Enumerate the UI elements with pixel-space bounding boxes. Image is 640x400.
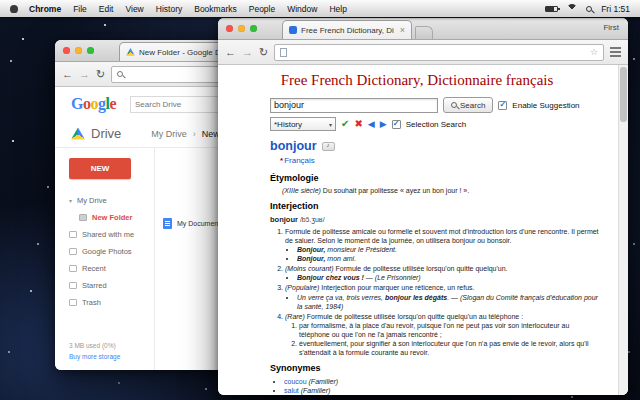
menu-history[interactable]: History bbox=[150, 4, 188, 14]
search-controls: Search Enable Suggestion *History▾ ✔ ✖ ◀… bbox=[270, 97, 628, 131]
new-tab-button[interactable] bbox=[415, 26, 433, 39]
headword-line: bonjour /bɔ̃.ʒuʁ/ bbox=[270, 215, 602, 225]
synonyms-heading: Synonymes bbox=[270, 363, 602, 375]
forward-icon[interactable]: → bbox=[79, 69, 90, 80]
storage-used-label: 3 MB used (0%) bbox=[69, 341, 120, 351]
reload-icon[interactable]: ↻ bbox=[259, 47, 268, 58]
synonyms-list: coucou (Familier) salut (Familier) wesh … bbox=[270, 377, 602, 395]
headword: bonjour bbox=[270, 215, 298, 224]
tab-close-icon[interactable]: × bbox=[400, 26, 405, 35]
menu-edit[interactable]: Edit bbox=[93, 4, 120, 14]
menubar-status-area: Fri 1:51 bbox=[545, 4, 630, 14]
confirm-icon[interactable]: ✔ bbox=[341, 119, 349, 129]
examples-list: Bonjour chez vous ! — (Le Prisonnier) bbox=[285, 273, 602, 282]
sidebar-item-new-folder[interactable]: New Folder bbox=[55, 209, 154, 226]
definition-item: (Moins courant) Formule de politesse uti… bbox=[285, 264, 602, 282]
next-icon[interactable]: ▶ bbox=[380, 120, 387, 129]
breadcrumb-my-drive[interactable]: My Drive bbox=[151, 129, 187, 139]
new-button[interactable]: NEW bbox=[69, 158, 131, 179]
profile-name[interactable]: First bbox=[603, 23, 619, 32]
menu-help[interactable]: Help bbox=[323, 4, 352, 14]
example-item: Bonjour, monsieur le Président. bbox=[297, 245, 602, 254]
zoom-window-button[interactable] bbox=[87, 47, 94, 54]
pronunciation[interactable]: /bɔ̃.ʒuʁ/ bbox=[300, 216, 325, 223]
dict-tabstrip: Free French Dictionary, Di × First bbox=[218, 18, 628, 40]
enable-suggestion-checkbox[interactable] bbox=[498, 101, 507, 110]
chrome-menu-icon[interactable] bbox=[610, 47, 621, 57]
menu-window[interactable]: Window bbox=[281, 4, 323, 14]
sidebar-item-my-drive[interactable]: ▾My Drive bbox=[55, 192, 154, 209]
synonym-item: coucou (Familier) bbox=[284, 377, 602, 386]
forward-icon[interactable]: → bbox=[242, 47, 253, 58]
scrollbar[interactable] bbox=[618, 65, 628, 395]
clear-icon[interactable]: ✖ bbox=[354, 119, 362, 129]
language-marker: * bbox=[280, 156, 283, 165]
photos-icon bbox=[69, 248, 77, 255]
reload-icon[interactable]: ↻ bbox=[96, 69, 105, 80]
selection-search-label: Selection Search bbox=[406, 120, 466, 129]
spotlight-icon[interactable] bbox=[586, 6, 592, 12]
folder-icon bbox=[79, 214, 87, 221]
example-item: Bonjour chez vous ! — (Le Prisonnier) bbox=[297, 273, 602, 282]
drive-app-name[interactable]: Drive bbox=[91, 126, 121, 141]
tab-title: Free French Dictionary, Di bbox=[301, 26, 394, 35]
close-window-button[interactable] bbox=[226, 25, 233, 32]
tab-free-french-dictionary[interactable]: Free French Dictionary, Di × bbox=[282, 20, 412, 39]
minimize-window-button[interactable] bbox=[238, 25, 245, 32]
back-icon[interactable]: ← bbox=[225, 47, 236, 58]
sub-definition-item: éventuellement, pour signifier à son int… bbox=[299, 339, 602, 357]
menubar: Chrome File Edit View History Bookmarks … bbox=[0, 0, 640, 17]
selection-search-checkbox[interactable] bbox=[392, 120, 401, 129]
search-icon bbox=[451, 102, 457, 108]
file-name: My Document bbox=[177, 220, 220, 227]
trash-icon bbox=[69, 299, 77, 306]
menubar-clock[interactable]: Fri 1:51 bbox=[601, 4, 630, 14]
definition-item: Formule de politesse amicale ou formelle… bbox=[285, 227, 602, 263]
sidebar-item-trash[interactable]: Trash bbox=[55, 294, 154, 311]
sidebar-item-recent[interactable]: Recent bbox=[55, 260, 154, 277]
menu-file[interactable]: File bbox=[67, 4, 93, 14]
sidebar-item-label: Recent bbox=[82, 264, 106, 273]
window-controls bbox=[63, 47, 94, 54]
dictionary-search-input[interactable] bbox=[270, 98, 438, 113]
sidebar-item-starred[interactable]: Starred bbox=[55, 277, 154, 294]
sidebar-item-shared-with-me[interactable]: Shared with me bbox=[55, 226, 154, 243]
menu-view[interactable]: View bbox=[119, 4, 149, 14]
search-button[interactable]: Search bbox=[443, 97, 493, 113]
sidebar-item-label: My Drive bbox=[77, 196, 107, 205]
synonym-item: salut (Familier) bbox=[284, 386, 602, 395]
apple-menu-icon[interactable] bbox=[10, 5, 18, 13]
zoom-window-button[interactable] bbox=[250, 25, 257, 32]
dict-address-bar[interactable]: ☆ bbox=[274, 44, 604, 61]
etymology-text: (XIIIe siècle) Du souhait par politesse … bbox=[282, 186, 602, 195]
back-icon[interactable]: ← bbox=[62, 69, 73, 80]
language-link[interactable]: Français bbox=[284, 156, 315, 165]
language-line: *Français bbox=[280, 156, 602, 166]
menu-bookmarks[interactable]: Bookmarks bbox=[188, 4, 243, 14]
buy-more-storage-link[interactable]: Buy more storage bbox=[69, 352, 120, 362]
wifi-icon[interactable] bbox=[567, 4, 577, 14]
search-icon bbox=[117, 71, 123, 77]
history-select[interactable]: *History▾ bbox=[270, 117, 336, 131]
synonym-link[interactable]: salut bbox=[284, 387, 299, 394]
minimize-window-button[interactable] bbox=[75, 47, 82, 54]
synonym-link[interactable]: coucou bbox=[284, 378, 307, 385]
star-icon bbox=[69, 282, 77, 289]
drive-sidebar: NEW ▾My Drive New Folder Shared with me … bbox=[55, 148, 155, 370]
sidebar-item-label: New Folder bbox=[92, 213, 132, 222]
bookmark-star-icon[interactable]: ☆ bbox=[590, 48, 598, 57]
dictionary-favicon bbox=[289, 26, 297, 34]
file-my-document[interactable]: My Document bbox=[163, 218, 220, 229]
audio-button[interactable]: ♪ bbox=[322, 142, 335, 151]
menu-chrome[interactable]: Chrome bbox=[23, 4, 67, 14]
previous-icon[interactable]: ◀ bbox=[368, 120, 375, 129]
close-window-button[interactable] bbox=[63, 47, 70, 54]
speaker-icon: ♪ bbox=[327, 142, 330, 150]
menu-people[interactable]: People bbox=[243, 4, 281, 14]
expand-caret-icon: ▾ bbox=[69, 197, 72, 204]
entry-word-line: bonjour ♪ bbox=[270, 138, 602, 154]
scrollbar-thumb[interactable] bbox=[620, 67, 627, 122]
sidebar-item-google-photos[interactable]: Google Photos bbox=[55, 243, 154, 260]
page-title: Free French Dictionary, Dictionnaire fra… bbox=[218, 72, 628, 89]
battery-icon[interactable] bbox=[545, 6, 558, 12]
